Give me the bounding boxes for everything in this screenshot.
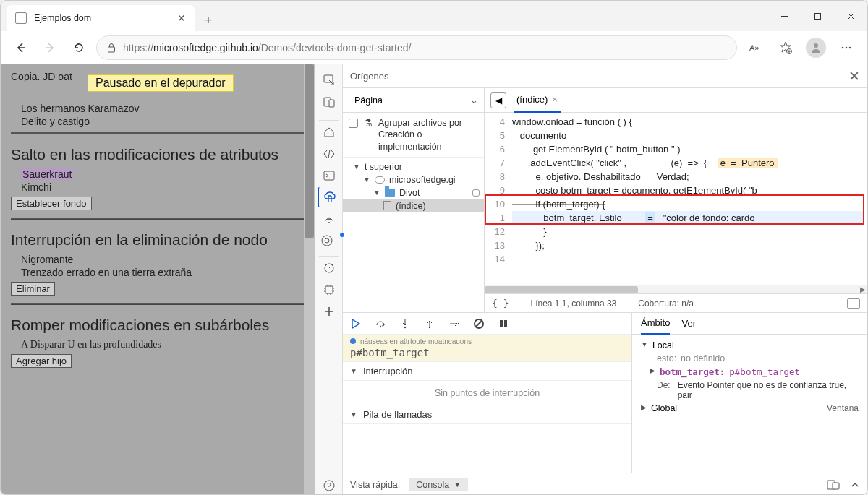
more-icon[interactable] [834, 35, 859, 60]
minimize-button[interactable] [767, 4, 801, 27]
forward-button[interactable] [38, 36, 61, 59]
svg-point-43 [458, 322, 459, 324]
welcome-icon[interactable] [318, 122, 341, 142]
scope-var[interactable]: ▶botm_target: p#botm_target [632, 365, 867, 379]
maximize-button[interactable] [801, 4, 834, 27]
titlebar: Ejemplos dom ✕ + [1, 1, 867, 31]
collapse-icon[interactable] [847, 298, 860, 309]
tree-top[interactable]: ▼t superior [343, 160, 484, 173]
avatar-icon [806, 38, 826, 58]
close-icon[interactable]: ✕ [177, 12, 186, 24]
editor-tabs: ◀ (índice) × [485, 88, 867, 113]
tree-file[interactable]: (índice) [343, 199, 484, 212]
devtools-header: Orígenes ✕ [343, 64, 867, 88]
tab-watch[interactable]: Ver [681, 318, 696, 329]
badge-dot [340, 233, 344, 237]
tree-domain[interactable]: ▼microsoftedge.gi [343, 173, 484, 186]
svg-rect-1 [814, 13, 820, 19]
close-icon[interactable]: × [552, 94, 558, 105]
svg-text:A»: A» [749, 43, 759, 52]
scrollbar[interactable] [304, 64, 315, 495]
group-by-row[interactable]: ⚗ Agrupar archivos por Creación o implem… [343, 113, 484, 158]
svg-rect-6 [109, 47, 115, 52]
help-icon[interactable]: ? [318, 475, 341, 495]
set-background-button[interactable]: Establecer fondo [11, 197, 92, 210]
add-tool-icon[interactable] [318, 301, 341, 322]
quick-view-label: Vista rápida: [350, 480, 400, 490]
h-scrollbar[interactable]: ◀▶ [485, 285, 867, 293]
list-item: Delito y castigo [1, 115, 315, 128]
callstack-header[interactable]: ▼Pila de llamadas [343, 405, 631, 424]
read-aloud-icon[interactable]: A» [743, 35, 767, 60]
new-tab-button[interactable]: + [197, 9, 219, 31]
svg-rect-47 [504, 320, 507, 327]
svg-point-21 [325, 238, 329, 243]
deactivate-bp-button[interactable] [473, 318, 485, 330]
delete-button[interactable]: Eliminar [11, 282, 55, 296]
console-icon[interactable] [318, 165, 341, 186]
performance-icon[interactable] [318, 258, 341, 278]
paused-element[interactable]: p#botm_target [350, 345, 624, 358]
sources-icon[interactable] [318, 187, 341, 207]
scope-local[interactable]: ▼Local [632, 339, 867, 352]
tree-folder[interactable]: ▼Divot [343, 186, 484, 199]
checkbox[interactable] [349, 119, 358, 128]
breakpoints-empty: Sin puntos de interrupción [343, 381, 631, 405]
quick-view-select[interactable]: Consola ▼ [409, 478, 468, 491]
pause-exceptions-button[interactable] [498, 318, 509, 330]
network-icon[interactable] [318, 209, 341, 229]
svg-point-14 [849, 46, 851, 48]
urlbar: https://microsoftedge.github.io/Demos/de… [1, 31, 867, 64]
editor-tab[interactable]: (índice) × [514, 88, 561, 113]
cursor-position: Línea 1 1, columna 33 [530, 298, 616, 309]
nav-back-icon[interactable]: ◀ [490, 92, 506, 108]
marker-icon [472, 189, 480, 197]
back-button[interactable] [9, 36, 33, 59]
tab-scope[interactable]: Ámbito [641, 313, 670, 335]
breakpoints-header[interactable]: ▼Interrupción [343, 362, 631, 381]
debug-toolbar [343, 313, 631, 335]
step-over-button[interactable] [375, 318, 386, 330]
list-item[interactable]: Sauerkraut [1, 168, 315, 181]
add-child-button[interactable]: Agregar hijo [11, 354, 72, 368]
step-into-button[interactable] [399, 318, 411, 330]
url-field[interactable]: https://microsoftedge.github.io/Demos/de… [96, 35, 737, 60]
code-editor[interactable]: 456789101121314 window.onload = función … [485, 113, 867, 285]
coverage-label: Cobertura: n/a [638, 298, 694, 309]
inspect-icon[interactable] [318, 70, 341, 90]
devtools-panel: ? Orígenes ✕ Página ⌄ ⚗ Agrupar [315, 64, 867, 495]
panel-title: Orígenes [350, 71, 388, 82]
browser-tab[interactable]: Ejemplos dom ✕ [7, 5, 195, 31]
elements-icon[interactable] [318, 144, 341, 164]
step-button[interactable] [448, 318, 460, 330]
sources-split: Página ⌄ ⚗ Agrupar archivos por Creación… [343, 88, 867, 312]
svg-rect-15 [324, 75, 333, 82]
tab-page[interactable]: Página [349, 92, 388, 108]
close-button[interactable] [834, 4, 867, 27]
list-item: Los hermanos Karamazov [1, 102, 315, 115]
refresh-button[interactable] [67, 36, 90, 59]
chevron-up-icon[interactable] [850, 480, 860, 490]
url-text: https://microsoftedge.github.io/Demos/de… [123, 42, 411, 53]
profile-button[interactable] [804, 35, 828, 60]
editor-status: { } Línea 1 1, columna 33 Cobertura: n/a [485, 293, 867, 312]
devtools-content: Orígenes ✕ Página ⌄ ⚗ Agrupar archivos p… [343, 64, 867, 495]
issues-icon[interactable] [318, 231, 341, 251]
dock-icon[interactable] [827, 480, 840, 490]
device-icon[interactable] [318, 92, 341, 112]
resume-button[interactable] [350, 318, 362, 330]
svg-point-20 [322, 236, 332, 246]
memory-icon[interactable] [318, 280, 341, 300]
step-out-button[interactable] [424, 318, 435, 330]
close-icon[interactable]: ✕ [848, 68, 860, 85]
scope-global[interactable]: ▶GlobalVentana [632, 402, 867, 415]
editor-panel: ◀ (índice) × 456789101121314 window.onlo… [485, 88, 867, 312]
favorite-icon[interactable] [773, 35, 798, 60]
svg-rect-18 [324, 171, 334, 180]
gutter: 456789101121314 [485, 113, 509, 285]
svg-point-41 [429, 326, 430, 327]
chevron-down-icon[interactable]: ⌄ [470, 95, 478, 106]
scope-tabs: Ámbito Ver [632, 313, 867, 335]
braces-icon[interactable]: { } [492, 298, 509, 309]
section-title: Interrupción en la eliminación de nodo [1, 224, 315, 253]
